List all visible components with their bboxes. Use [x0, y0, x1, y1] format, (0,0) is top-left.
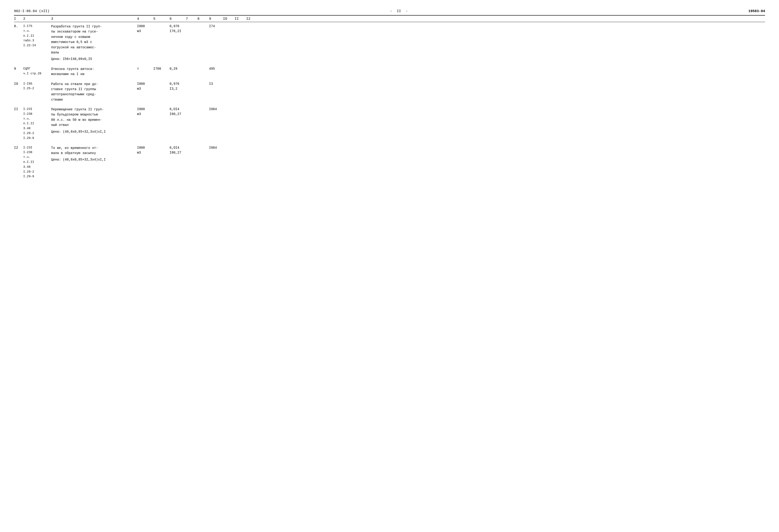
table-row: IO I-I95I.25-2 Работа на отвале при до- … [14, 81, 765, 103]
col-header-7: 7 [186, 17, 197, 21]
row-12-ref: I-23II-238т.ч.п.I.II3.48I.29-2I.29-9 [23, 145, 51, 179]
row-8-col9: I74 [209, 24, 223, 29]
row-8-desc: Разработка грунта II груп- пы экскаватор… [51, 24, 137, 62]
table-row: II I-23II-238т.ч.п.I.II3.48I.29-2I.29-8 … [14, 107, 765, 141]
header-center: - II - [390, 9, 408, 13]
row-8-col6: 0,976 I78,2I [170, 24, 186, 34]
row-12-col4: I000м3 [137, 145, 153, 155]
col-header-9: 9 [209, 17, 223, 21]
row-12-col6: 6,OI4 I80,27 [170, 145, 186, 155]
row-10-col4: I000м3 [137, 81, 153, 91]
row-12-num: I2 [14, 145, 23, 151]
row-9-ref: СЦПГч.I стр.28 [23, 66, 51, 76]
row-11-col6: 6,OI4 I80,27 [170, 107, 186, 117]
section-dash2: - [406, 9, 408, 13]
row-10-col9: I3 [209, 81, 223, 86]
row-9-num: 9 [14, 66, 23, 72]
top-divider [14, 15, 765, 15]
col-header-2: 2 [23, 17, 51, 21]
row-11-col9: I084 [209, 107, 223, 112]
col-header-6: 6 [170, 17, 186, 21]
row-11-col4: I000м3 [137, 107, 153, 117]
row-11-desc: Перемещение грунта II груп- пы бульдозер… [51, 107, 137, 134]
col-header-10: IO [223, 17, 235, 21]
col-header-12: I2 [246, 17, 258, 21]
row-12-desc: То же, из временного от- вала в обратную… [51, 145, 137, 162]
col-header-4: 4 [137, 17, 153, 21]
row-11-ref: I-23II-238т.ч.п.I.II3.48I.29-2I.29-8 [23, 107, 51, 141]
column-headers: I 2 3 4 5 6 7 8 9 IO II I2 [14, 17, 765, 22]
row-11-price: Цена: (40,8х0,85+32,3х4)хI,I [51, 129, 136, 134]
section-dash: - [390, 9, 392, 13]
row-10-ref: I-I95I.25-2 [23, 81, 51, 91]
row-8-price: Цена: I56+I48,09х0,I5 [51, 56, 136, 62]
section-num: II [397, 9, 401, 13]
table-row: 9 СЦПГч.I стр.28 Отвозка грунта автоса- … [14, 66, 765, 77]
table-body: 8. I-I75т.ч.п.I.IIтабл.3I.22-I4 Разработ… [14, 24, 765, 179]
row-8-num: 8. [14, 24, 23, 29]
row-11-num: II [14, 107, 23, 112]
row-10-col6: 0,976 I3,2 [170, 81, 186, 91]
row-12-col9: I084 [209, 145, 223, 150]
row-10-num: IO [14, 81, 23, 87]
row-8-ref: I-I75т.ч.п.I.IIтабл.3I.22-I4 [23, 24, 51, 48]
col-header-5: 5 [153, 17, 170, 21]
row-9-desc: Отвозка грунта автоса- мосвалами на I км [51, 66, 137, 77]
row-8-col4: I000м3 [137, 24, 153, 34]
col-header-3: 3 [51, 17, 137, 21]
table-row: 8. I-I75т.ч.п.I.IIтабл.3I.22-I4 Разработ… [14, 24, 765, 62]
table-row: I2 I-23II-238т.ч.п.I.II3.48I.29-2I.29-9 … [14, 145, 765, 179]
col-header-1: I [14, 17, 23, 21]
row-9-col6: 0,29 [170, 66, 186, 71]
row-9-col4: т [137, 66, 153, 71]
col-header-11: II [235, 17, 246, 21]
doc-ref: 902-I-86.84 (хII) [14, 9, 50, 13]
row-9-col9: 495 [209, 66, 223, 71]
doc-number: 19583-04 [748, 9, 765, 13]
row-10-desc: Работа на отвале при до- ставке грунта I… [51, 81, 137, 103]
row-12-price: Цена: (40,8х0,85+32,3х4)хI,I [51, 157, 136, 162]
col-header-8: 8 [197, 17, 209, 21]
row-9-col5: I708 [153, 66, 170, 71]
